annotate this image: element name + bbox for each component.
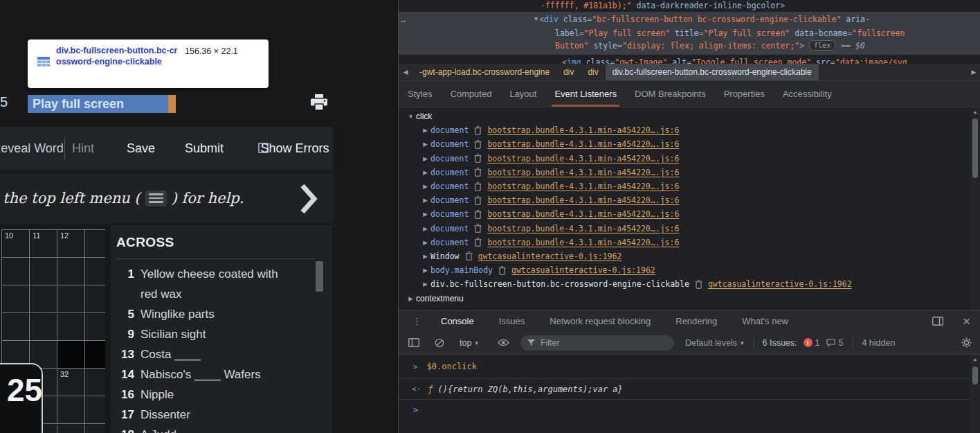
remove-listener-icon[interactable] [474, 210, 482, 219]
print-icon[interactable] [309, 94, 329, 112]
grid-cell[interactable] [84, 312, 105, 341]
listener-row[interactable]: ▶body.mainBodygwtcasualinteractive-0.js:… [399, 263, 980, 277]
listener-source-link[interactable]: bootstrap.bundle-4.3.1.min-a454220….js:6 [487, 224, 679, 233]
remove-listener-icon[interactable] [474, 126, 482, 135]
breadcrumb-item[interactable]: -gwt-app-load.bc-crossword-engine [412, 67, 556, 77]
remove-listener-icon[interactable] [474, 168, 482, 177]
listener-row[interactable]: ▶documentbootstrap.bundle-4.3.1.min-a454… [399, 193, 980, 207]
listener-row[interactable]: ▶documentbootstrap.bundle-4.3.1.min-a454… [399, 222, 980, 236]
clue-item[interactable]: 1Yellow cheese coated with red wax [116, 264, 332, 304]
next-clue-chevron-icon[interactable] [300, 183, 318, 215]
tab-event-listeners[interactable]: Event Listeners [545, 81, 626, 107]
code-line-selected[interactable]: Button" style="display: flex; align-item… [555, 41, 865, 51]
submit-button[interactable]: Submit [185, 127, 224, 170]
more-tools-kebab-icon[interactable]: ⋮ [412, 316, 421, 326]
drawer-tab-issues[interactable]: Issues [499, 316, 525, 326]
tab-computed[interactable]: Computed [441, 81, 500, 107]
listener-source-link[interactable]: bootstrap.bundle-4.3.1.min-a454220….js:6 [487, 195, 679, 205]
grid-cell[interactable] [1, 312, 30, 341]
play-full-screen-button[interactable]: Play full screen [28, 95, 176, 113]
listener-group[interactable]: ▼click [399, 109, 980, 123]
scroll-up-icon[interactable]: ▲ [970, 107, 980, 116]
collapse-arrow-icon[interactable]: ▶ [421, 225, 429, 232]
grid-cell[interactable]: 10 [1, 229, 30, 258]
remove-listener-icon[interactable] [474, 140, 482, 149]
scrollbar-thumb[interactable] [972, 366, 978, 385]
grid-cell[interactable] [84, 368, 105, 396]
listener-row[interactable]: ▶documentbootstrap.bundle-4.3.1.min-a454… [399, 123, 980, 137]
listener-group[interactable]: ▶contextmenu [399, 291, 980, 305]
clue-item[interactable]: 5Winglike parts [116, 304, 332, 324]
grid-cell[interactable] [57, 312, 85, 341]
clue-item[interactable]: 13Costa ____ [116, 344, 332, 364]
tab-properties[interactable]: Properties [715, 81, 774, 107]
grid-cell[interactable] [29, 257, 57, 285]
remove-listener-icon[interactable] [474, 238, 482, 247]
reveal-word-button[interactable]: Reveal Word [3, 127, 53, 170]
tab-dom-breakpoints[interactable]: DOM Breakpoints [626, 81, 715, 107]
log-levels-dropdown[interactable]: Default levels▾ [685, 338, 744, 348]
clue-item[interactable]: 9Sicilian sight [116, 324, 332, 344]
remove-listener-icon[interactable] [474, 196, 482, 205]
live-expression-eye-icon[interactable] [498, 339, 509, 346]
collapse-arrow-icon[interactable]: ▶ [421, 211, 429, 218]
filter-input[interactable] [541, 338, 658, 348]
collapse-arrow-icon[interactable]: ▶ [421, 155, 429, 162]
code-line-selected[interactable]: ▼<div class="bc-fullscreen-button bc-cro… [534, 15, 870, 25]
hint-button[interactable]: Hint [72, 127, 94, 170]
listener-source-link[interactable]: bootstrap.bundle-4.3.1.min-a454220….js:6 [487, 238, 679, 247]
listener-row[interactable]: ▶documentbootstrap.bundle-4.3.1.min-a454… [399, 152, 980, 166]
listener-source-link[interactable]: bootstrap.bundle-4.3.1.min-a454220….js:6 [487, 209, 679, 219]
console-sidebar-icon[interactable] [408, 338, 419, 347]
listeners-scrollbar[interactable]: ▲ [970, 107, 980, 310]
drawer-tab-whats-new[interactable]: What's new [742, 316, 788, 326]
breadcrumb-scroll-left-icon[interactable]: ◀ [399, 69, 412, 76]
listener-row[interactable]: ▶Windowgwtcasualinteractive-0.js:1962 [399, 249, 980, 263]
grid-cell[interactable] [57, 396, 85, 424]
console-scrollbar[interactable]: ▲ [970, 355, 980, 433]
console-settings-gear-icon[interactable] [961, 337, 972, 348]
grid-cell[interactable] [57, 257, 85, 285]
remove-listener-icon[interactable] [498, 266, 506, 275]
code-line-selected[interactable]: label="Play full screen" title="Play ful… [555, 28, 905, 38]
breadcrumb-item[interactable]: div [581, 67, 605, 77]
grid-cell[interactable] [29, 312, 57, 341]
execution-context-selector[interactable]: top▾ [460, 338, 478, 348]
toggle-drawer-icon[interactable] [932, 317, 943, 326]
collapse-arrow-icon[interactable]: ▶ [421, 127, 429, 134]
listener-row[interactable]: ▶documentbootstrap.bundle-4.3.1.min-a454… [399, 236, 980, 249]
code-line[interactable]: <img class="gwt-Image" alt="Toggle full … [562, 58, 907, 64]
listener-row[interactable]: ▶div.bc-fullscreen-button.bc-crossword-e… [399, 277, 980, 291]
collapse-arrow-icon[interactable]: ▶ [407, 295, 415, 302]
grid-cell[interactable] [84, 257, 105, 285]
remove-listener-icon[interactable] [474, 154, 482, 163]
grid-cell[interactable] [29, 285, 57, 313]
tab-layout[interactable]: Layout [500, 81, 545, 107]
collapse-arrow-icon[interactable]: ▶ [421, 239, 429, 246]
breadcrumb-item[interactable]: div [556, 67, 581, 77]
breadcrumb-scroll-right-icon[interactable]: ▶ [969, 69, 979, 76]
expand-arrow-icon[interactable]: ▼ [407, 113, 415, 120]
listener-row[interactable]: ▶documentbootstrap.bundle-4.3.1.min-a454… [399, 179, 980, 193]
listener-source-link[interactable]: bootstrap.bundle-4.3.1.min-a454220….js:6 [487, 154, 679, 164]
listener-source-link[interactable]: bootstrap.bundle-4.3.1.min-a454220….js:6 [487, 182, 679, 191]
grid-cell[interactable] [84, 229, 105, 258]
listener-source-link[interactable]: gwtcasualinteractive-0.js:1962 [478, 251, 622, 261]
remove-listener-icon[interactable] [474, 224, 482, 233]
listener-source-link[interactable]: bootstrap.bundle-4.3.1.min-a454220….js:6 [487, 139, 679, 149]
grid-cell[interactable] [57, 285, 85, 313]
collapse-arrow-icon[interactable]: ▶ [421, 281, 429, 288]
scroll-up-icon[interactable]: ▲ [970, 355, 980, 364]
breadcrumb-item-selected[interactable]: div.bc-fullscreen-button.bc-crossword-en… [606, 64, 819, 80]
grid-cell[interactable] [1, 285, 30, 313]
clue-item[interactable]: 16Nipple [116, 385, 332, 405]
collapse-arrow-icon[interactable]: ▶ [421, 253, 429, 260]
code-line[interactable]: -ffffff, #181a1b);" data-darkreader-inli… [541, 1, 785, 10]
flex-badge[interactable]: flex [809, 40, 835, 51]
clue-item[interactable]: 17Dissenter [116, 405, 332, 425]
close-drawer-icon[interactable]: × [963, 315, 970, 328]
collapse-arrow-icon[interactable]: ▶ [421, 183, 429, 190]
grid-cell[interactable]: 11 [29, 229, 57, 258]
collapse-arrow-icon[interactable]: ▶ [421, 169, 429, 176]
grid-cell[interactable] [57, 423, 85, 433]
